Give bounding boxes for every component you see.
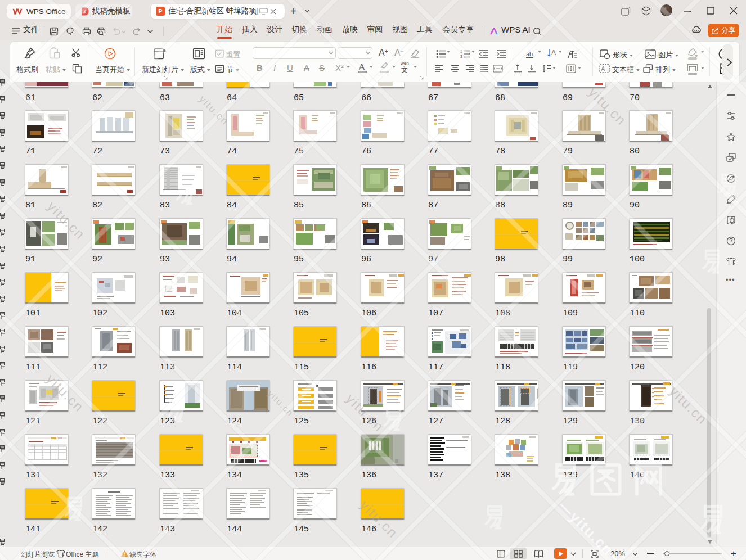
svg-text:A: A: [601, 66, 605, 72]
svg-text:ab: ab: [526, 51, 533, 57]
svg-text:A: A: [551, 49, 556, 57]
svg-text:3: 3: [460, 55, 462, 58]
svg-text:1: 1: [460, 49, 462, 53]
